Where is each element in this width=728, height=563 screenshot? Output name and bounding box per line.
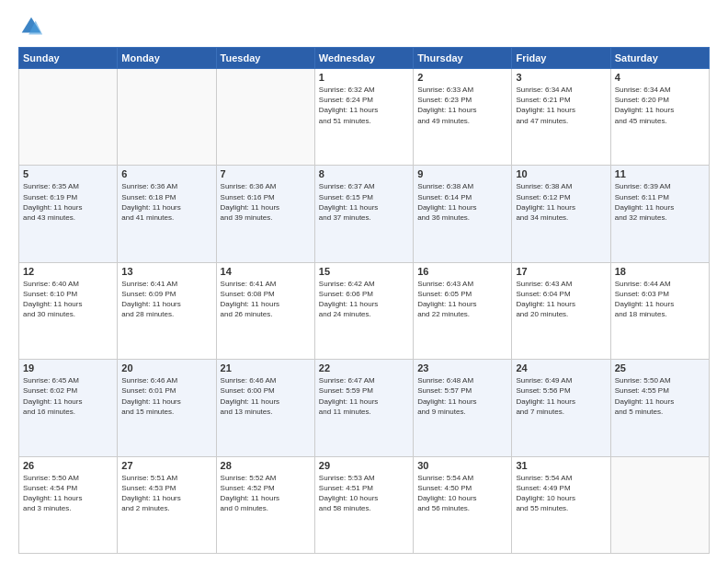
- weekday-header-row: SundayMondayTuesdayWednesdayThursdayFrid…: [19, 48, 710, 69]
- day-number: 9: [417, 168, 507, 179]
- cell-info: Sunrise: 6:41 AM Sunset: 6:09 PM Dayligh…: [121, 279, 211, 320]
- calendar-cell: [118, 69, 216, 166]
- cell-info: Sunrise: 5:54 AM Sunset: 4:50 PM Dayligh…: [417, 473, 507, 514]
- day-number: 19: [23, 362, 113, 373]
- day-number: 24: [516, 362, 606, 373]
- day-number: 11: [615, 168, 705, 179]
- calendar-cell: 25Sunrise: 5:50 AM Sunset: 4:55 PM Dayli…: [610, 360, 709, 456]
- calendar-cell: 27Sunrise: 5:51 AM Sunset: 4:53 PM Dayli…: [118, 456, 216, 553]
- cell-info: Sunrise: 6:44 AM Sunset: 6:03 PM Dayligh…: [615, 279, 705, 320]
- cell-info: Sunrise: 6:43 AM Sunset: 6:05 PM Dayligh…: [417, 279, 507, 320]
- cell-info: Sunrise: 6:38 AM Sunset: 6:14 PM Dayligh…: [417, 181, 507, 223]
- day-number: 14: [221, 266, 311, 277]
- cell-info: Sunrise: 6:32 AM Sunset: 6:24 PM Dayligh…: [319, 85, 409, 126]
- week-row-1: 1Sunrise: 6:32 AM Sunset: 6:24 PM Daylig…: [19, 69, 710, 166]
- day-number: 3: [516, 72, 606, 83]
- calendar-cell: 12Sunrise: 6:40 AM Sunset: 6:10 PM Dayli…: [19, 262, 118, 359]
- calendar-cell: 7Sunrise: 6:36 AM Sunset: 6:16 PM Daylig…: [216, 166, 314, 262]
- logo-icon: [18, 14, 44, 40]
- cell-info: Sunrise: 6:42 AM Sunset: 6:06 PM Dayligh…: [319, 279, 409, 320]
- calendar-cell: 23Sunrise: 6:48 AM Sunset: 5:57 PM Dayli…: [414, 360, 512, 456]
- day-number: 8: [319, 168, 409, 179]
- calendar-cell: 2Sunrise: 6:33 AM Sunset: 6:23 PM Daylig…: [414, 69, 512, 166]
- cell-info: Sunrise: 6:38 AM Sunset: 6:12 PM Dayligh…: [516, 181, 606, 223]
- weekday-header-tuesday: Tuesday: [216, 48, 314, 69]
- day-number: 10: [516, 168, 606, 179]
- calendar-cell: 15Sunrise: 6:42 AM Sunset: 6:06 PM Dayli…: [314, 262, 413, 359]
- week-row-3: 12Sunrise: 6:40 AM Sunset: 6:10 PM Dayli…: [19, 262, 710, 359]
- day-number: 30: [417, 460, 507, 471]
- day-number: 22: [319, 362, 409, 373]
- cell-info: Sunrise: 6:47 AM Sunset: 5:59 PM Dayligh…: [319, 375, 409, 417]
- weekday-header-wednesday: Wednesday: [314, 48, 413, 69]
- day-number: 18: [615, 266, 705, 277]
- cell-info: Sunrise: 6:34 AM Sunset: 6:21 PM Dayligh…: [516, 85, 606, 126]
- day-number: 21: [221, 362, 311, 373]
- cell-info: Sunrise: 6:39 AM Sunset: 6:11 PM Dayligh…: [615, 181, 705, 223]
- calendar-cell: 16Sunrise: 6:43 AM Sunset: 6:05 PM Dayli…: [414, 262, 512, 359]
- calendar-table: SundayMondayTuesdayWednesdayThursdayFrid…: [18, 47, 710, 554]
- cell-info: Sunrise: 6:35 AM Sunset: 6:19 PM Dayligh…: [23, 181, 113, 223]
- calendar-cell: 13Sunrise: 6:41 AM Sunset: 6:09 PM Dayli…: [118, 262, 216, 359]
- calendar-cell: 20Sunrise: 6:46 AM Sunset: 6:01 PM Dayli…: [118, 360, 216, 456]
- cell-info: Sunrise: 6:43 AM Sunset: 6:04 PM Dayligh…: [516, 279, 606, 320]
- calendar-cell: 29Sunrise: 5:53 AM Sunset: 4:51 PM Dayli…: [314, 456, 413, 553]
- cell-info: Sunrise: 6:46 AM Sunset: 6:00 PM Dayligh…: [221, 375, 311, 417]
- day-number: 6: [121, 168, 211, 179]
- cell-info: Sunrise: 5:51 AM Sunset: 4:53 PM Dayligh…: [121, 473, 211, 514]
- weekday-header-sunday: Sunday: [19, 48, 118, 69]
- day-number: 16: [417, 266, 507, 277]
- cell-info: Sunrise: 5:54 AM Sunset: 4:49 PM Dayligh…: [516, 473, 606, 514]
- calendar-cell: 6Sunrise: 6:36 AM Sunset: 6:18 PM Daylig…: [118, 166, 216, 262]
- calendar-cell: 5Sunrise: 6:35 AM Sunset: 6:19 PM Daylig…: [19, 166, 118, 262]
- calendar-page: SundayMondayTuesdayWednesdayThursdayFrid…: [0, 0, 728, 563]
- header: [18, 14, 710, 40]
- calendar-cell: [610, 456, 709, 553]
- calendar-cell: 10Sunrise: 6:38 AM Sunset: 6:12 PM Dayli…: [512, 166, 610, 262]
- day-number: 29: [319, 460, 409, 471]
- day-number: 31: [516, 460, 606, 471]
- cell-info: Sunrise: 6:46 AM Sunset: 6:01 PM Dayligh…: [121, 375, 211, 417]
- calendar-cell: 31Sunrise: 5:54 AM Sunset: 4:49 PM Dayli…: [512, 456, 610, 553]
- weekday-header-monday: Monday: [118, 48, 216, 69]
- day-number: 27: [121, 460, 211, 471]
- day-number: 20: [121, 362, 211, 373]
- calendar-cell: 14Sunrise: 6:41 AM Sunset: 6:08 PM Dayli…: [216, 262, 314, 359]
- cell-info: Sunrise: 6:33 AM Sunset: 6:23 PM Dayligh…: [417, 85, 507, 126]
- cell-info: Sunrise: 5:52 AM Sunset: 4:52 PM Dayligh…: [221, 473, 311, 514]
- calendar-cell: 24Sunrise: 6:49 AM Sunset: 5:56 PM Dayli…: [512, 360, 610, 456]
- cell-info: Sunrise: 6:48 AM Sunset: 5:57 PM Dayligh…: [417, 375, 507, 417]
- cell-info: Sunrise: 6:36 AM Sunset: 6:18 PM Dayligh…: [121, 181, 211, 223]
- calendar-cell: 1Sunrise: 6:32 AM Sunset: 6:24 PM Daylig…: [314, 69, 413, 166]
- cell-info: Sunrise: 6:40 AM Sunset: 6:10 PM Dayligh…: [23, 279, 113, 320]
- day-number: 28: [221, 460, 311, 471]
- day-number: 12: [23, 266, 113, 277]
- cell-info: Sunrise: 6:49 AM Sunset: 5:56 PM Dayligh…: [516, 375, 606, 417]
- day-number: 26: [23, 460, 113, 471]
- calendar-cell: 8Sunrise: 6:37 AM Sunset: 6:15 PM Daylig…: [314, 166, 413, 262]
- logo: [18, 14, 48, 40]
- calendar-cell: 3Sunrise: 6:34 AM Sunset: 6:21 PM Daylig…: [512, 69, 610, 166]
- day-number: 7: [221, 168, 311, 179]
- calendar-cell: 30Sunrise: 5:54 AM Sunset: 4:50 PM Dayli…: [414, 456, 512, 553]
- calendar-cell: 19Sunrise: 6:45 AM Sunset: 6:02 PM Dayli…: [19, 360, 118, 456]
- cell-info: Sunrise: 6:36 AM Sunset: 6:16 PM Dayligh…: [221, 181, 311, 223]
- day-number: 13: [121, 266, 211, 277]
- cell-info: Sunrise: 6:45 AM Sunset: 6:02 PM Dayligh…: [23, 375, 113, 417]
- calendar-cell: 17Sunrise: 6:43 AM Sunset: 6:04 PM Dayli…: [512, 262, 610, 359]
- cell-info: Sunrise: 5:50 AM Sunset: 4:55 PM Dayligh…: [615, 375, 705, 417]
- calendar-cell: 28Sunrise: 5:52 AM Sunset: 4:52 PM Dayli…: [216, 456, 314, 553]
- calendar-cell: 4Sunrise: 6:34 AM Sunset: 6:20 PM Daylig…: [610, 69, 709, 166]
- day-number: 23: [417, 362, 507, 373]
- cell-info: Sunrise: 6:34 AM Sunset: 6:20 PM Dayligh…: [615, 85, 705, 126]
- day-number: 15: [319, 266, 409, 277]
- calendar-cell: [19, 69, 118, 166]
- calendar-cell: 11Sunrise: 6:39 AM Sunset: 6:11 PM Dayli…: [610, 166, 709, 262]
- day-number: 4: [615, 72, 705, 83]
- cell-info: Sunrise: 5:50 AM Sunset: 4:54 PM Dayligh…: [23, 473, 113, 514]
- calendar-cell: 18Sunrise: 6:44 AM Sunset: 6:03 PM Dayli…: [610, 262, 709, 359]
- calendar-cell: [216, 69, 314, 166]
- calendar-cell: 21Sunrise: 6:46 AM Sunset: 6:00 PM Dayli…: [216, 360, 314, 456]
- calendar-cell: 22Sunrise: 6:47 AM Sunset: 5:59 PM Dayli…: [314, 360, 413, 456]
- day-number: 2: [417, 72, 507, 83]
